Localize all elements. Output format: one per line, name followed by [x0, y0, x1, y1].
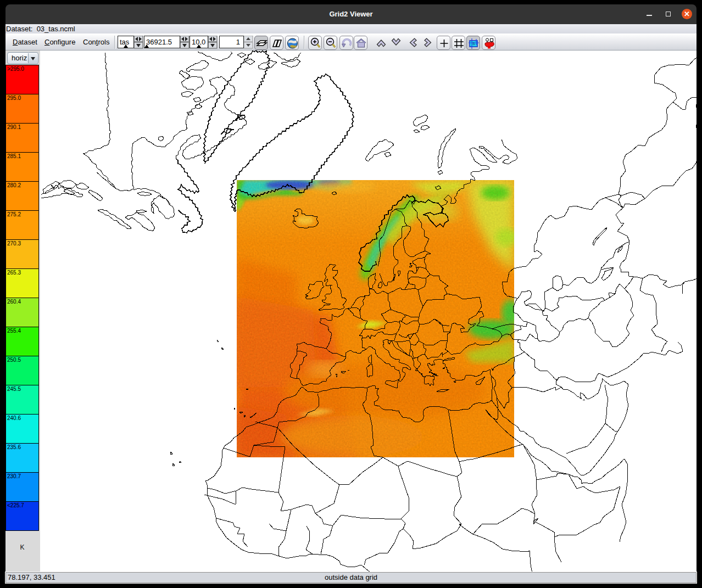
- svg-text:S: S: [472, 42, 475, 46]
